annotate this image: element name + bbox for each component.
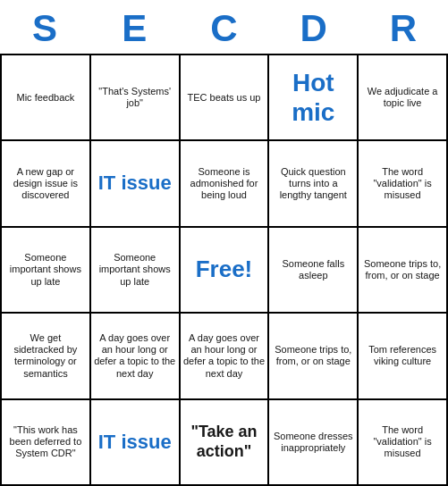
header-letter-r: R	[363, 7, 444, 50]
cell-0-0[interactable]: Mic feedback	[2, 55, 91, 141]
header-letter-d: D	[274, 7, 354, 50]
cell-4-2[interactable]: "Take an action"	[181, 400, 270, 486]
header-letter-s: S	[4, 7, 85, 50]
header-letter-e: E	[94, 7, 174, 50]
header-letter-c: C	[183, 7, 264, 50]
cell-2-2-free[interactable]: Free!	[181, 228, 270, 314]
cell-2-4[interactable]: Someone trips to, from, or on stage	[359, 228, 448, 314]
cell-3-1[interactable]: A day goes over an hour long or defer a …	[91, 314, 181, 399]
cell-3-0[interactable]: We get sidetracked by terminology or sem…	[2, 314, 91, 399]
cell-0-3[interactable]: Hot mic	[269, 55, 359, 141]
cell-4-1[interactable]: IT issue	[91, 400, 181, 486]
cell-1-2[interactable]: Someone is admonished for being loud	[181, 141, 270, 227]
cell-1-0[interactable]: A new gap or design issue is discovered	[2, 141, 91, 227]
cell-2-1[interactable]: Someone important shows up late	[91, 228, 181, 314]
cell-3-2[interactable]: A day goes over an hour long or defer a …	[181, 314, 270, 399]
bingo-grid: Mic feedback "That's Systems' job" TEC b…	[0, 54, 448, 486]
cell-0-2[interactable]: TEC beats us up	[181, 55, 270, 141]
cell-0-4[interactable]: We adjudicate a topic live	[359, 55, 448, 141]
cell-0-1[interactable]: "That's Systems' job"	[91, 55, 181, 141]
bingo-card: S E C D R Mic feedback "That's Systems' …	[0, 0, 448, 486]
cell-4-4[interactable]: The word "validation" is misused	[359, 400, 448, 486]
cell-1-4[interactable]: The word "validation" is misused	[359, 141, 448, 227]
cell-3-4[interactable]: Tom references viking culture	[359, 314, 448, 399]
cell-2-0[interactable]: Someone important shows up late	[2, 228, 91, 314]
cell-2-3[interactable]: Someone falls asleep	[269, 228, 359, 314]
cell-1-1[interactable]: IT issue	[91, 141, 181, 227]
cell-4-0[interactable]: "This work has been deferred to System C…	[2, 400, 91, 486]
cell-3-3[interactable]: Someone trips to, from, or on stage	[269, 314, 359, 399]
bingo-header: S E C D R	[0, 0, 448, 54]
cell-1-3[interactable]: Quick question turns into a lengthy tang…	[269, 141, 359, 227]
cell-4-3[interactable]: Someone dresses inappropriately	[269, 400, 359, 486]
